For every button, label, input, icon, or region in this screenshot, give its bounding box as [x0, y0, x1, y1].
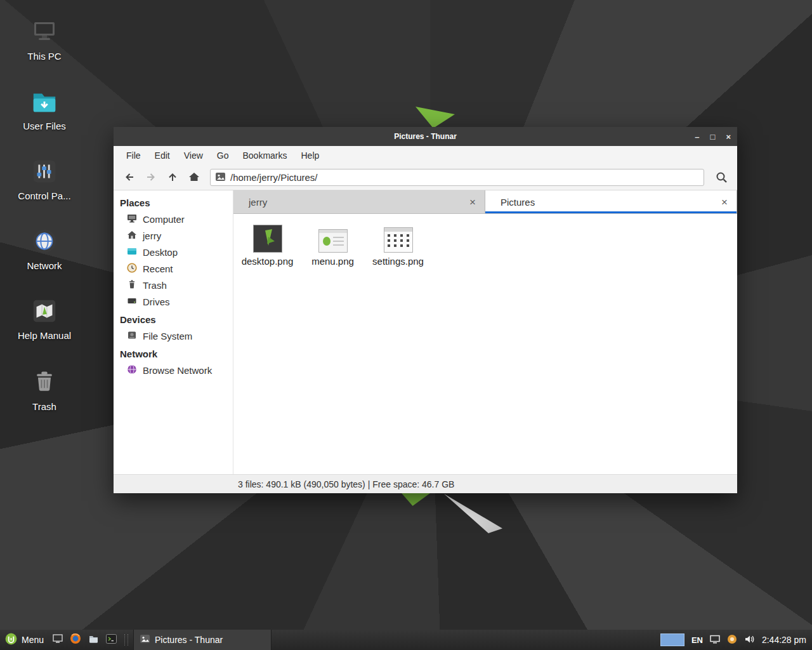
sidebar-item-label: Browse Network	[143, 365, 212, 376]
mint-logo-icon	[5, 633, 17, 647]
clock-icon	[127, 263, 137, 275]
maximize-button[interactable]: □	[710, 133, 716, 141]
computer-icon	[14, 15, 75, 48]
update-manager-icon[interactable]	[727, 634, 737, 646]
tab-label: jerry	[249, 197, 267, 208]
sidebar-item-trash[interactable]: Trash	[114, 277, 233, 293]
trash-icon	[14, 366, 75, 399]
file-name: menu.png	[311, 256, 354, 267]
folder-icon	[14, 85, 75, 118]
tab-jerry[interactable]: jerry ×	[233, 190, 485, 213]
desktop-icon-trash[interactable]: Trash	[14, 366, 75, 412]
menu-view[interactable]: View	[177, 150, 210, 161]
menu-button-label: Menu	[22, 635, 44, 645]
mint-logo-fragment	[416, 107, 455, 128]
menubar: File Edit View Go Bookmarks Help	[114, 146, 737, 164]
wallpaper-blade-shape	[444, 494, 502, 533]
desktop-icon-label: Trash	[14, 401, 75, 412]
sidebar-item-drives[interactable]: Drives	[114, 293, 233, 310]
taskbar: Menu Pictures - Thunar EN	[0, 630, 812, 650]
keyboard-layout-indicator[interactable]: EN	[691, 635, 703, 645]
thunar-task-icon	[140, 635, 150, 645]
minimize-button[interactable]: –	[695, 133, 699, 141]
close-button[interactable]: ×	[726, 133, 731, 141]
menu-file[interactable]: File	[119, 150, 148, 161]
file-manager-icon[interactable]	[88, 633, 99, 647]
window-title: Pictures - Thunar	[394, 132, 457, 141]
sidebar-item-file-system[interactable]: File System	[114, 328, 233, 344]
show-desktop-icon[interactable]	[53, 633, 63, 646]
home-icon	[127, 230, 137, 242]
file-list-view[interactable]: desktop.png menu.png settings.png	[233, 214, 737, 474]
control-panel-icon	[14, 155, 75, 188]
sidebar-header-places: Places	[114, 193, 233, 211]
search-icon[interactable]	[710, 168, 732, 187]
thunar-window: Pictures - Thunar – □ × File Edit View G…	[114, 127, 737, 493]
back-button[interactable]	[119, 168, 140, 187]
forward-button[interactable]	[140, 168, 162, 187]
sidebar-item-label: jerry	[143, 230, 161, 241]
path-text: /home/jerry/Pictures/	[230, 172, 318, 183]
image-thumbnail	[365, 221, 431, 253]
drive-icon	[127, 296, 137, 308]
menu-bookmarks[interactable]: Bookmarks	[235, 150, 294, 161]
menu-button[interactable]: Menu	[0, 630, 50, 650]
desktop-icon-help-manual[interactable]: Help Manual	[14, 295, 75, 341]
file-name: desktop.png	[242, 256, 294, 267]
file-item-desktop-png[interactable]: desktop.png	[235, 221, 300, 267]
desktop-icon-control-panel[interactable]: Control Pa...	[14, 155, 75, 201]
sidebar-item-desktop[interactable]: Desktop	[114, 244, 233, 260]
desktop-icon-label: This PC	[14, 51, 75, 62]
menu-edit[interactable]: Edit	[148, 150, 177, 161]
file-item-settings-png[interactable]: settings.png	[365, 221, 431, 267]
desktop-icon-user-files[interactable]: User Files	[14, 85, 75, 131]
clock[interactable]: 2:44:28 pm	[762, 635, 806, 645]
image-thumbnail	[300, 221, 365, 253]
home-button[interactable]	[183, 168, 205, 187]
desktop-icon-label: User Files	[14, 121, 75, 131]
sidebar-item-label: Recent	[143, 263, 173, 274]
tab-close-icon[interactable]: ×	[720, 197, 729, 208]
window-titlebar[interactable]: Pictures - Thunar – □ ×	[114, 127, 737, 146]
trash-icon	[127, 279, 137, 291]
sidebar-item-label: Trash	[143, 280, 167, 291]
workspace-switcher[interactable]	[660, 633, 684, 646]
mint-logo-fragment	[398, 493, 430, 506]
sidebar-item-computer[interactable]: Computer	[114, 211, 233, 227]
taskbar-window-button[interactable]: Pictures - Thunar	[133, 630, 272, 650]
sidebar-item-browse-network[interactable]: Browse Network	[114, 362, 233, 378]
sidebar-item-home[interactable]: jerry	[114, 227, 233, 244]
sidebar-item-label: Desktop	[143, 247, 178, 258]
up-button[interactable]	[162, 168, 183, 187]
sidebar-header-devices: Devices	[114, 310, 233, 328]
toolbar: /home/jerry/Pictures/	[114, 164, 737, 190]
tab-label: Pictures	[501, 197, 535, 208]
hard-disk-icon	[127, 330, 137, 342]
tab-pictures[interactable]: Pictures ×	[485, 190, 737, 213]
tab-bar: jerry × Pictures ×	[233, 190, 737, 214]
desktop-icon-this-pc[interactable]: This PC	[14, 15, 75, 62]
help-manual-icon	[14, 295, 75, 328]
display-icon[interactable]	[710, 635, 720, 646]
firefox-icon[interactable]	[70, 633, 81, 647]
sidebar-item-label: Computer	[143, 214, 185, 225]
desktop-icon-label: Network	[14, 260, 75, 271]
desktop-folder-icon	[127, 246, 137, 258]
volume-icon[interactable]	[744, 634, 755, 646]
path-bar[interactable]: /home/jerry/Pictures/	[210, 169, 704, 186]
tab-close-icon[interactable]: ×	[468, 197, 477, 208]
sidebar-item-label: File System	[143, 331, 192, 342]
menu-go[interactable]: Go	[210, 150, 236, 161]
menu-help[interactable]: Help	[294, 150, 327, 161]
taskbar-separator	[124, 634, 128, 646]
network-globe-icon	[127, 364, 137, 376]
image-thumbnail	[235, 221, 300, 253]
terminal-icon[interactable]	[106, 634, 117, 646]
sidebar-item-recent[interactable]: Recent	[114, 260, 233, 277]
computer-icon	[127, 213, 137, 225]
sidebar-item-label: Drives	[143, 296, 170, 307]
file-item-menu-png[interactable]: menu.png	[300, 221, 365, 267]
status-text: 3 files: 490.1 kB (490,050 bytes) | Free…	[238, 479, 454, 489]
desktop-icon-network[interactable]: Network	[14, 225, 75, 271]
network-globe-icon	[14, 225, 75, 258]
